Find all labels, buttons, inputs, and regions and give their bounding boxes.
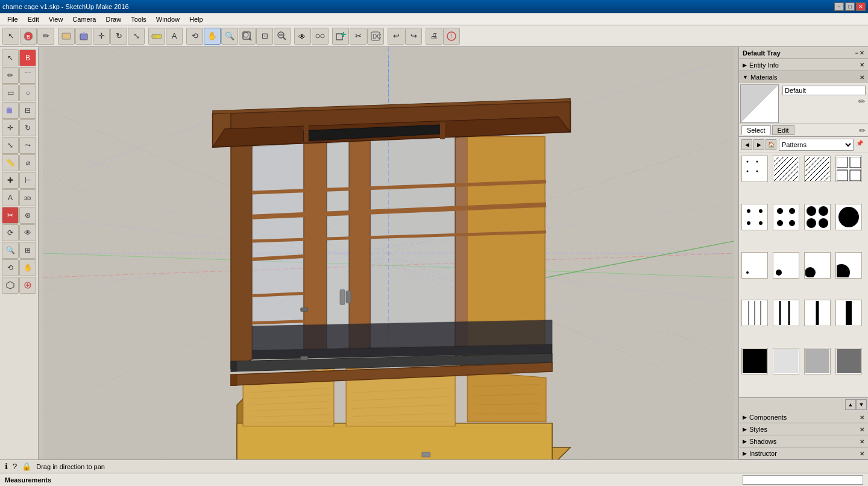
menu-tools[interactable]: Tools <box>126 14 151 24</box>
tool-dynamic[interactable]: DC <box>367 28 384 45</box>
tool-undo[interactable]: ↩ <box>388 28 404 45</box>
left-tool-scale2[interactable]: ⤡ <box>2 137 19 154</box>
tool-model-info[interactable]: ! <box>443 28 460 45</box>
left-tool-look2[interactable]: 👁 <box>19 224 36 241</box>
nav-next-btn[interactable]: ▶ <box>753 139 764 150</box>
mat-pencil-icon[interactable]: ✏ <box>859 126 866 135</box>
help-icon[interactable]: ? <box>13 462 17 471</box>
left-tool-dim[interactable]: ⊢ <box>19 172 36 189</box>
left-tool-rect[interactable]: ▭ <box>2 84 19 101</box>
menu-camera[interactable]: Camera <box>68 14 101 24</box>
tool-zoom-window[interactable] <box>239 28 256 45</box>
pattern-cell-14[interactable] <box>804 300 831 326</box>
components-close[interactable]: ✕ <box>860 414 864 421</box>
pin-icon[interactable]: 📌 <box>856 140 866 150</box>
menu-file[interactable]: File <box>2 14 23 24</box>
grid-scroll-up[interactable]: ▲ <box>845 399 856 410</box>
entity-info-section[interactable]: ▶ Entity Info ✕ <box>739 59 868 71</box>
styles-section[interactable]: ▶ Styles ✕ <box>739 423 868 435</box>
tool-pencil[interactable]: ✏ <box>37 28 54 45</box>
tool-scale[interactable]: ⤡ <box>128 28 145 45</box>
tool-zoom-extents[interactable]: ⊡ <box>256 28 273 45</box>
pattern-cell-15[interactable] <box>835 300 862 326</box>
pattern-cell-8[interactable] <box>741 252 768 279</box>
left-tool-section-view[interactable]: ⊛ <box>19 207 36 224</box>
tool-section-plane[interactable]: ✂ <box>350 28 366 45</box>
lock-icon[interactable]: 🔒 <box>22 462 31 471</box>
grid-scroll-down[interactable]: ▼ <box>856 399 867 410</box>
pattern-cell-16[interactable] <box>741 348 768 374</box>
tool-pan[interactable]: ✋ <box>204 28 221 45</box>
material-name-input[interactable] <box>782 86 866 95</box>
left-tool-axis[interactable]: ✚ <box>2 172 19 189</box>
viewport[interactable]: Lower front left wood panel <box>39 47 738 459</box>
tool-push-pull[interactable] <box>75 28 92 45</box>
menu-window[interactable]: Window <box>151 14 184 24</box>
tool-orbit[interactable]: ⟲ <box>186 28 203 45</box>
materials-close[interactable]: ✕ <box>860 74 864 81</box>
tool-zoom-in[interactable]: 🔍 <box>221 28 238 45</box>
pattern-cell-17[interactable] <box>773 348 799 374</box>
pattern-cell-7[interactable] <box>835 204 862 230</box>
pattern-cell-2[interactable] <box>804 156 831 182</box>
left-tool-rotate2[interactable]: ↻ <box>19 119 36 136</box>
left-tool-select[interactable]: ↖ <box>2 49 19 66</box>
entity-info-close[interactable]: ✕ <box>860 62 864 68</box>
left-tool-3dtext[interactable]: 3D <box>19 189 36 206</box>
components-section[interactable]: ▶ Components ✕ <box>739 411 868 423</box>
tool-rotate[interactable]: ↻ <box>110 28 127 45</box>
materials-section-header[interactable]: ▼ Materials ✕ <box>739 71 868 83</box>
close-button[interactable]: ✕ <box>856 2 866 11</box>
left-tool-paint2[interactable]: B <box>19 49 36 66</box>
info-icon[interactable]: ℹ <box>5 462 8 471</box>
measurements-input[interactable] <box>743 475 863 485</box>
menu-view[interactable]: View <box>44 14 68 24</box>
panel-expand-btn[interactable]: − <box>855 50 858 56</box>
left-tool-pan2[interactable]: ✋ <box>19 259 36 276</box>
patterns-dropdown[interactable]: Patterns Colors Materials Brick and Clad… <box>779 139 854 151</box>
left-tool-offset[interactable]: ⊟ <box>19 102 36 119</box>
mat-tab-edit[interactable]: Edit <box>772 125 794 135</box>
nav-home-btn[interactable]: 🏠 <box>766 139 776 150</box>
left-tool-comp[interactable] <box>2 277 19 294</box>
pattern-cell-19[interactable] <box>835 348 862 374</box>
left-tool-arc[interactable]: ⌒ <box>19 67 36 84</box>
pattern-cell-11[interactable] <box>835 252 862 279</box>
pattern-cell-4[interactable] <box>741 204 768 230</box>
left-tool-walk2[interactable]: ⟳ <box>2 224 19 241</box>
nav-prev-btn[interactable]: ◀ <box>741 139 752 150</box>
material-edit-icon[interactable]: ✏ <box>858 96 866 106</box>
tool-zoom-out[interactable] <box>274 28 291 45</box>
shadows-section[interactable]: ▶ Shadows ✕ <box>739 435 868 447</box>
tool-tape[interactable] <box>148 28 165 45</box>
left-tool-section2[interactable]: ✂ <box>2 207 19 224</box>
pattern-cell-6[interactable] <box>804 204 831 230</box>
minimize-button[interactable]: − <box>834 2 844 11</box>
maximize-button[interactable]: □ <box>845 2 855 11</box>
left-tool-text2[interactable]: A <box>2 189 19 206</box>
menu-help[interactable]: Help <box>184 14 208 24</box>
tool-print[interactable]: 🖨 <box>426 28 442 45</box>
tool-component-add[interactable] <box>332 28 349 45</box>
menu-draw[interactable]: Draw <box>101 14 126 24</box>
left-tool-push2[interactable] <box>2 102 19 119</box>
pattern-cell-13[interactable] <box>773 300 799 326</box>
left-tool-glue[interactable] <box>19 277 36 294</box>
pattern-cell-5[interactable] <box>773 204 799 230</box>
pattern-cell-0[interactable] <box>741 156 768 182</box>
pattern-cell-10[interactable] <box>804 252 831 279</box>
pattern-cell-9[interactable] <box>773 252 799 279</box>
mat-tab-select[interactable]: Select <box>741 125 771 135</box>
tool-select[interactable]: ↖ <box>2 28 19 45</box>
tool-eraser[interactable] <box>58 28 75 45</box>
instructor-close[interactable]: ✕ <box>860 450 864 457</box>
pattern-cell-1[interactable] <box>773 156 799 182</box>
left-tool-protractor[interactable]: ⌀ <box>19 154 36 171</box>
tool-redo[interactable]: ↪ <box>405 28 422 45</box>
tool-paint[interactable]: B <box>20 28 37 45</box>
panel-close-btn[interactable]: ✕ <box>860 50 864 56</box>
tool-move[interactable]: ✛ <box>93 28 110 45</box>
left-tool-zoom-win[interactable]: ⊞ <box>19 242 36 259</box>
left-tool-follow[interactable]: ⤳ <box>19 137 36 154</box>
pattern-cell-12[interactable] <box>741 300 768 326</box>
